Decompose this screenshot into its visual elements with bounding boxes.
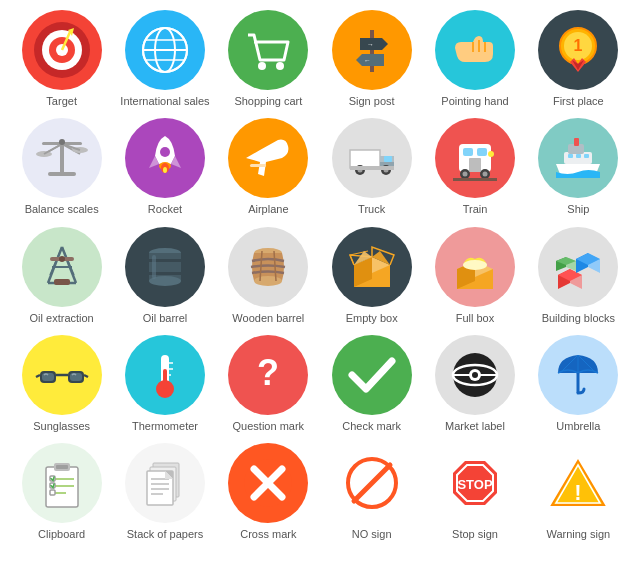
icon-item-building-blocks: Building blocks: [528, 227, 628, 325]
oil-barrel-icon: [125, 227, 205, 307]
svg-rect-62: [453, 178, 497, 181]
svg-text:←: ←: [364, 57, 371, 64]
icon-item-stop-sign: STOP Stop sign: [425, 443, 525, 541]
icon-item-check-mark: Check mark: [322, 335, 422, 433]
svg-text:STOP: STOP: [457, 477, 492, 492]
full-box-icon: [435, 227, 515, 307]
svg-point-37: [160, 147, 170, 157]
icon-item-truck: Truck: [322, 118, 422, 216]
wooden-barrel-icon: [228, 227, 308, 307]
stop-sign-label: Stop sign: [452, 527, 498, 541]
icon-item-ship: Ship: [528, 118, 628, 216]
icon-item-warning-sign: ! Warning sign: [528, 443, 628, 541]
no-sign-icon: [332, 443, 412, 523]
cross-mark-label: Cross mark: [240, 527, 296, 541]
icon-item-cross-mark: Cross mark: [218, 443, 318, 541]
icon-item-train: Train: [425, 118, 525, 216]
svg-text:!: !: [575, 480, 582, 505]
svg-line-96: [36, 375, 40, 377]
icon-item-sign-post: → ← Sign post: [322, 10, 422, 108]
full-box-label: Full box: [456, 311, 495, 325]
svg-rect-100: [163, 369, 167, 389]
truck-label: Truck: [358, 202, 385, 216]
first-place-label: First place: [553, 94, 604, 108]
pointing-hand-label: Pointing hand: [441, 94, 508, 108]
svg-rect-44: [350, 150, 380, 168]
sunglasses-label: Sunglasses: [33, 419, 90, 433]
oil-extraction-label: Oil extraction: [30, 311, 94, 325]
target-icon: [22, 10, 102, 90]
icon-item-balance-scales: Balance scales: [12, 118, 112, 216]
svg-point-90: [463, 260, 487, 270]
icon-item-clipboard: Clipboard: [12, 443, 112, 541]
balance-scales-icon: [22, 118, 102, 198]
stack-of-papers-label: Stack of papers: [127, 527, 203, 541]
icon-item-no-sign: NO sign: [322, 443, 422, 541]
icon-item-oil-barrel: Oil barrel: [115, 227, 215, 325]
icon-item-wooden-barrel: Wooden barrel: [218, 227, 318, 325]
warning-sign-icon: !: [538, 443, 618, 523]
oil-extraction-icon: [22, 227, 102, 307]
clipboard-label: Clipboard: [38, 527, 85, 541]
airplane-icon: [228, 118, 308, 198]
icon-item-thermometer: Thermometer: [115, 335, 215, 433]
stack-of-papers-icon: [125, 443, 205, 523]
international-sales-label: International sales: [120, 94, 209, 108]
svg-rect-54: [463, 148, 473, 156]
svg-rect-83: [152, 255, 156, 279]
icon-item-market-label: Market label: [425, 335, 525, 433]
svg-point-13: [276, 62, 284, 70]
svg-rect-47: [384, 156, 392, 162]
svg-rect-75: [54, 279, 70, 285]
svg-text:→: →: [367, 41, 374, 48]
svg-point-42: [163, 167, 167, 173]
svg-rect-52: [350, 166, 394, 170]
airplane-label: Airplane: [248, 202, 288, 216]
icon-item-oil-extraction: Oil extraction: [12, 227, 112, 325]
train-icon: [435, 118, 515, 198]
svg-rect-55: [477, 148, 487, 156]
svg-point-58: [462, 172, 467, 177]
icon-item-rocket: Rocket: [115, 118, 215, 216]
shopping-cart-icon: [228, 10, 308, 90]
svg-rect-65: [568, 154, 573, 158]
market-label-icon: [435, 335, 515, 415]
rocket-label: Rocket: [148, 202, 182, 216]
check-mark-icon: [332, 335, 412, 415]
shopping-cart-label: Shopping cart: [234, 94, 302, 108]
empty-box-label: Empty box: [346, 311, 398, 325]
umbrella-icon: [538, 335, 618, 415]
building-blocks-icon: [538, 227, 618, 307]
icon-item-sunglasses: Sunglasses: [12, 335, 112, 433]
svg-point-12: [258, 62, 266, 70]
pointing-hand-icon: [435, 10, 515, 90]
rocket-icon: [125, 118, 205, 198]
question-mark-icon: ?: [228, 335, 308, 415]
svg-rect-68: [574, 138, 579, 146]
svg-point-77: [59, 256, 65, 262]
svg-point-36: [59, 139, 65, 145]
market-label-label: Market label: [445, 419, 505, 433]
sign-post-label: Sign post: [349, 94, 395, 108]
building-blocks-label: Building blocks: [542, 311, 615, 325]
icon-item-question-mark: ? Question mark: [218, 335, 318, 433]
svg-rect-116: [56, 465, 68, 469]
no-sign-label: NO sign: [352, 527, 392, 541]
thermometer-icon: [125, 335, 205, 415]
ship-label: Ship: [567, 202, 589, 216]
cross-mark-icon: [228, 443, 308, 523]
svg-rect-43: [250, 164, 266, 167]
icon-item-shopping-cart: Shopping cart: [218, 10, 318, 108]
warning-sign-label: Warning sign: [546, 527, 610, 541]
empty-box-icon: [332, 227, 412, 307]
international-sales-icon: [125, 10, 205, 90]
icon-item-first-place: 1 First place: [528, 10, 628, 108]
svg-line-33: [44, 144, 62, 154]
train-label: Train: [463, 202, 488, 216]
svg-rect-66: [576, 154, 581, 158]
svg-rect-56: [469, 158, 481, 172]
svg-text:?: ?: [257, 352, 279, 393]
sign-post-icon: → ←: [332, 10, 412, 90]
icon-grid: Target International sales Shopping cart: [10, 10, 630, 547]
svg-point-109: [472, 372, 478, 378]
